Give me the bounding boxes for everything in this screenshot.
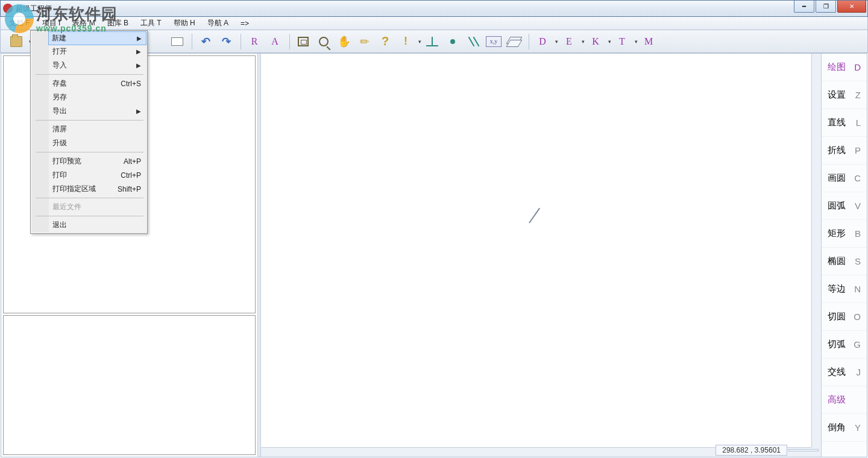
toolbar-dot-button[interactable] xyxy=(443,33,462,51)
toolbar-xy-button[interactable]: x,y xyxy=(484,33,503,51)
window-title: 超级工程师 xyxy=(16,4,52,14)
right-tool-11[interactable]: 交线J xyxy=(822,359,867,386)
menu-item-label: 最近文件 xyxy=(52,202,81,212)
menu-separator xyxy=(36,74,143,75)
menu-item-import[interactable]: 导入 ▶ xyxy=(49,58,146,72)
toolbar-layers-button[interactable] xyxy=(505,33,524,51)
letter-m-icon: M xyxy=(644,36,653,47)
left-bottom-panel[interactable] xyxy=(3,315,256,455)
question-icon: ? xyxy=(382,34,389,48)
right-tool-3[interactable]: 折线P xyxy=(822,137,867,165)
magnifier-icon xyxy=(319,37,329,46)
maximize-button[interactable]: ❐ xyxy=(816,1,836,13)
minimize-button[interactable]: ━ xyxy=(794,1,814,13)
toolbar-t-dropdown[interactable]: ▾ xyxy=(633,39,639,45)
menu-item-shortcut: Shift+P xyxy=(118,185,141,193)
right-tool-key: Y xyxy=(855,422,861,433)
redo-icon: ↷ xyxy=(222,35,231,48)
menu-item-exit[interactable]: 退出 xyxy=(49,218,146,232)
menu-item-new[interactable]: 新建 ▶ xyxy=(48,31,146,45)
toolbar-redo-button[interactable]: ↷ xyxy=(216,33,236,51)
toolbar-perp-button[interactable] xyxy=(423,33,442,51)
menu-separator xyxy=(36,198,143,198)
toolbar-t-button[interactable]: T xyxy=(612,33,632,51)
toolbar-d-button[interactable]: D xyxy=(533,33,552,51)
menu-item-preview[interactable]: 打印预览 Alt+P xyxy=(49,154,146,168)
right-tool-13[interactable]: 倒角Y xyxy=(822,414,867,442)
right-tool-label: 高级 xyxy=(828,394,846,406)
xy-icon: x,y xyxy=(486,36,502,47)
menu-separator xyxy=(36,216,143,216)
toolbar-alert-dropdown[interactable]: ▾ xyxy=(417,39,423,45)
menu-item-clear[interactable]: 清屏 xyxy=(49,122,146,136)
right-tool-key: D xyxy=(854,62,861,72)
right-tool-12[interactable]: 高级 xyxy=(822,386,867,414)
menu-item-label: 升级 xyxy=(52,138,67,148)
right-tool-key: S xyxy=(855,256,861,266)
toolbar-k-dropdown[interactable]: ▾ xyxy=(606,39,612,45)
right-tool-6[interactable]: 矩形B xyxy=(822,220,867,248)
submenu-arrow-icon: ▶ xyxy=(136,62,141,69)
menu-tools[interactable]: 工具 T xyxy=(134,17,168,30)
menu-more[interactable]: => xyxy=(234,18,255,29)
right-tool-key: N xyxy=(854,284,861,294)
right-tool-10[interactable]: 切弧G xyxy=(822,331,867,359)
right-tool-0[interactable]: 绘图D xyxy=(822,54,867,81)
right-tool-4[interactable]: 画圆C xyxy=(822,165,867,192)
right-tool-8[interactable]: 等边N xyxy=(822,275,867,303)
toolbar-open-button[interactable] xyxy=(7,33,26,51)
menu-item-save[interactable]: 存盘 Ctrl+S xyxy=(49,77,146,90)
toolbar-r-button[interactable]: R xyxy=(245,33,264,51)
toolbar-separator xyxy=(192,34,192,49)
submenu-arrow-icon: ▶ xyxy=(137,35,142,42)
close-button[interactable]: ✕ xyxy=(837,1,866,13)
toolbar-pan-button[interactable]: ✋ xyxy=(335,33,354,51)
toolbar-rect-button[interactable] xyxy=(168,33,187,51)
menu-table[interactable]: 表格 M xyxy=(66,17,101,30)
menu-file[interactable]: 文档 F xyxy=(3,17,36,30)
menu-item-saveas[interactable]: 另存 xyxy=(49,90,146,104)
exclaim-icon: ! xyxy=(404,35,407,48)
canvas-scrollbar-vertical[interactable] xyxy=(811,54,821,447)
letter-d-icon: D xyxy=(539,36,546,47)
app-icon xyxy=(3,4,13,13)
menu-library[interactable]: 图库 B xyxy=(101,17,134,30)
toolbar-a-button[interactable]: A xyxy=(265,33,285,51)
toolbar-help-button[interactable]: ? xyxy=(376,33,395,51)
right-tool-7[interactable]: 椭圆S xyxy=(822,248,867,275)
menu-item-print[interactable]: 打印 Ctrl+P xyxy=(49,168,146,182)
statusbar: 298.682 , 3.95601 xyxy=(715,445,820,456)
right-tool-2[interactable]: 直线L xyxy=(822,109,867,137)
right-tool-5[interactable]: 圆弧V xyxy=(822,192,867,220)
toolbar-m-button[interactable]: M xyxy=(639,33,658,51)
toolbar-zoom-button[interactable] xyxy=(314,33,333,51)
menu-item-export[interactable]: 导出 ▶ xyxy=(49,104,146,118)
toolbar-zoomwin-button[interactable] xyxy=(294,33,313,51)
toolbar-parallel-button[interactable] xyxy=(464,33,483,51)
status-coords: 298.682 , 3.95601 xyxy=(715,445,787,456)
menu-project[interactable]: 项目 I xyxy=(36,17,67,30)
menu-item-open[interactable]: 打开 ▶ xyxy=(49,45,146,58)
menu-help[interactable]: 帮助 H xyxy=(168,17,201,30)
toolbar-undo-button[interactable]: ↶ xyxy=(196,33,215,51)
toolbar-alert-button[interactable]: ! xyxy=(396,33,415,51)
menu-nav[interactable]: 导航 A xyxy=(201,17,234,30)
status-empty xyxy=(788,449,819,451)
folder-icon xyxy=(10,36,22,47)
right-tool-9[interactable]: 切圆O xyxy=(822,303,867,331)
menu-item-label: 导入 xyxy=(52,60,67,71)
right-tool-label: 交线 xyxy=(828,366,846,378)
toolbar-k-button[interactable]: K xyxy=(586,33,605,51)
menu-separator xyxy=(36,152,143,152)
toolbar-d-dropdown[interactable]: ▾ xyxy=(553,39,559,45)
right-tool-key: J xyxy=(857,367,861,377)
toolbar-pencil-button[interactable]: ✎ xyxy=(355,33,374,51)
right-tool-label: 折线 xyxy=(828,145,846,156)
toolbar-e-button[interactable]: E xyxy=(559,33,579,51)
menu-item-print-region[interactable]: 打印指定区域 Shift+P xyxy=(49,182,146,196)
drawing-canvas[interactable] xyxy=(261,54,821,457)
right-tool-1[interactable]: 设置Z xyxy=(822,81,867,109)
menu-item-upgrade[interactable]: 升级 xyxy=(49,136,146,150)
toolbar-e-dropdown[interactable]: ▾ xyxy=(580,39,586,45)
right-toolbox: 绘图D设置Z直线L折线P画圆C圆弧V矩形B椭圆S等边N切圆O切弧G交线J高级倒角… xyxy=(821,54,867,457)
